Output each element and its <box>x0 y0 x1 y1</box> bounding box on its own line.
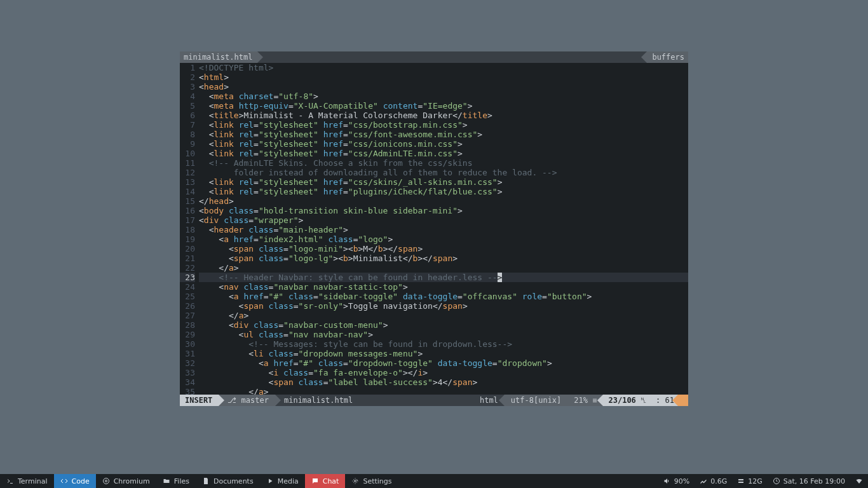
wifi-icon <box>855 477 863 485</box>
chromium-icon <box>102 477 110 485</box>
line-number: 33 <box>180 368 195 377</box>
volume-value: 90% <box>674 477 689 485</box>
clock-indicator[interactable]: Sat, 16 Feb 19:00 <box>768 474 850 488</box>
file-tab[interactable]: minimalist.html <box>180 51 257 63</box>
git-branch-segment: ⎇ master <box>219 395 275 406</box>
line-number: 11 <box>180 158 195 168</box>
taskbar: TerminalCodeChromiumFilesDocumentsMediaC… <box>0 474 868 488</box>
disk-indicator[interactable]: 12G <box>732 474 768 488</box>
taskbar-tray: 90% 0.6G 12G Sat, 16 Feb 19:00 <box>658 474 868 488</box>
taskbar-item-chat[interactable]: Chat <box>305 474 346 488</box>
line-number: 3 <box>180 82 195 92</box>
document-icon <box>202 477 210 485</box>
taskbar-label: Settings <box>363 477 391 485</box>
line-number: 20 <box>180 244 195 254</box>
line-number: 10 <box>180 149 195 158</box>
line-number: 5 <box>180 101 195 111</box>
line-number: 15 <box>180 196 195 206</box>
clock-icon <box>773 477 780 485</box>
line-number: 2 <box>180 72 195 82</box>
branch-icon: ⎇ <box>227 396 236 405</box>
filename-segment: minimalist.html <box>275 395 358 406</box>
line-number: 1 <box>180 63 195 72</box>
taskbar-label: Terminal <box>18 477 48 485</box>
line-number: 18 <box>180 225 195 234</box>
cpu-indicator[interactable]: 0.6G <box>695 474 732 488</box>
cpu-value: 0.6G <box>710 477 727 485</box>
folder-icon <box>163 477 170 485</box>
taskbar-label: Chat <box>323 477 339 485</box>
taskbar-label: Chromium <box>114 477 150 485</box>
chart-icon <box>700 477 707 485</box>
line-number: 6 <box>180 111 195 120</box>
line-number: 16 <box>180 206 195 215</box>
line-number: 28 <box>180 320 195 330</box>
line-number: 25 <box>180 292 195 301</box>
taskbar-label: Documents <box>214 477 254 485</box>
mode-segment: INSERT <box>180 395 219 406</box>
taskbar-item-chromium[interactable]: Chromium <box>96 474 156 488</box>
line-number: 26 <box>180 301 195 311</box>
code-icon <box>60 477 68 485</box>
line-number: 32 <box>180 358 195 368</box>
wifi-indicator[interactable] <box>850 474 868 488</box>
chat-icon <box>311 477 319 485</box>
line-number: 30 <box>180 339 195 349</box>
disk-value: 12G <box>748 477 763 485</box>
terminal-icon <box>6 477 14 485</box>
status-bar: INSERT ⎇ master minimalist.html html utf… <box>180 395 688 406</box>
warning-indicator <box>678 395 688 406</box>
encoding-segment: utf-8[unix] <box>505 395 567 406</box>
line-number: 12 <box>180 168 195 177</box>
branch-name: master <box>241 396 269 405</box>
line-number: 8 <box>180 130 195 139</box>
line-number: 19 <box>180 234 195 244</box>
line-number: 21 <box>180 254 195 263</box>
line-number: 14 <box>180 187 195 196</box>
volume-icon <box>663 477 671 485</box>
taskbar-item-media[interactable]: Media <box>260 474 305 488</box>
editor-window: minimalist.html buffers 1234567891011121… <box>180 51 688 406</box>
line-number: 9 <box>180 139 195 149</box>
volume-indicator[interactable]: 90% <box>658 474 695 488</box>
taskbar-item-settings[interactable]: Settings <box>345 474 398 488</box>
line-number: 24 <box>180 282 195 292</box>
taskbar-label: Files <box>174 477 189 485</box>
svg-point-2 <box>355 480 356 482</box>
position-segment: 23/106 ␤ <box>603 395 652 406</box>
line-number: 29 <box>180 330 195 339</box>
taskbar-item-files[interactable]: Files <box>156 474 196 488</box>
code-content[interactable]: <!DOCTYPE html><html><head> <meta charse… <box>199 63 688 395</box>
line-number: 22 <box>180 263 195 273</box>
tab-bar: minimalist.html buffers <box>180 51 688 63</box>
clock-value: Sat, 16 Feb 19:00 <box>783 477 845 485</box>
disk-icon <box>737 477 745 485</box>
line-number: 7 <box>180 120 195 130</box>
taskbar-item-terminal[interactable]: Terminal <box>0 474 54 488</box>
line-number: 17 <box>180 215 195 225</box>
code-area[interactable]: 1234567891011121314151617181920212223242… <box>180 63 688 395</box>
line-number: 34 <box>180 377 195 387</box>
line-number: 23 <box>180 273 195 282</box>
buffers-tab[interactable]: buffers <box>647 51 688 63</box>
taskbar-label: Code <box>72 477 90 485</box>
line-number: 4 <box>180 92 195 101</box>
line-number: 13 <box>180 177 195 187</box>
media-icon <box>266 477 274 485</box>
svg-point-0 <box>103 478 109 484</box>
taskbar-label: Media <box>278 477 299 485</box>
svg-point-1 <box>105 480 107 482</box>
settings-icon <box>351 477 359 485</box>
taskbar-item-documents[interactable]: Documents <box>196 474 260 488</box>
line-number-gutter: 1234567891011121314151617181920212223242… <box>180 63 199 395</box>
taskbar-item-code[interactable]: Code <box>54 474 96 488</box>
line-number: 27 <box>180 311 195 320</box>
line-number: 31 <box>180 349 195 358</box>
line-number: 35 <box>180 387 195 395</box>
